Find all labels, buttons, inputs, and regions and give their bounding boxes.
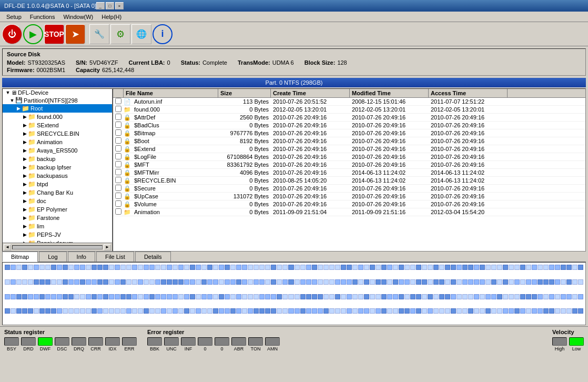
- file-checkbox[interactable]: [113, 153, 124, 160]
- tree-expand-icon[interactable]: ▼: [9, 98, 15, 103]
- file-list-scroll[interactable]: 📄 Autorun.inf 113 Bytes 2010-07-26 20:51…: [113, 98, 585, 248]
- tree-item-dfl-device[interactable]: ▼ 🖥 DFL-Device: [3, 89, 112, 96]
- tree-expand-icon[interactable]: ▶: [22, 114, 28, 119]
- tree-expand-icon[interactable]: ▶: [22, 224, 28, 229]
- tab-bitmap[interactable]: Bitmap: [2, 252, 38, 262]
- file-checkbox[interactable]: [113, 106, 124, 113]
- file-checkbox[interactable]: [113, 161, 124, 168]
- file-row[interactable]: 🔒 $LogFile 67108864 Bytes 2010-07-26 20:…: [113, 153, 585, 161]
- hscroll-right-button[interactable]: ►: [104, 244, 111, 250]
- menu-setup[interactable]: Setup: [2, 13, 26, 21]
- filename-col-header[interactable]: File Name: [124, 89, 218, 97]
- tree-expand-icon[interactable]: ▶: [22, 165, 28, 170]
- hscroll-left-button[interactable]: ◄: [4, 244, 11, 250]
- tree-item-animation[interactable]: ▶ 📁 Animation: [3, 138, 112, 146]
- tree-expand-icon[interactable]: ▶: [22, 123, 28, 128]
- tree-expand-icon[interactable]: ▶: [22, 173, 28, 178]
- tree-expand-icon[interactable]: ▶: [22, 215, 28, 220]
- file-row[interactable]: 📁 Animation 0 Bytes 2011-09-09 21:51:04 …: [113, 208, 585, 216]
- file-checkbox[interactable]: [113, 129, 124, 137]
- menu-help[interactable]: Help(H): [97, 13, 126, 21]
- tree-item-found000[interactable]: ▶ 📁 found.000: [3, 113, 112, 121]
- file-row[interactable]: 🔒 $AttrDef 2560 Bytes 2010-07-26 20:49:1…: [113, 114, 585, 122]
- tree-expand-icon[interactable]: ▶: [22, 148, 28, 153]
- file-row[interactable]: 🔒 $Bitmap 9767776 Bytes 2010-07-26 20:49…: [113, 129, 585, 137]
- file-row[interactable]: 🔒 $MFTMirr 4096 Bytes 2010-07-26 20:49:1…: [113, 169, 585, 177]
- file-row[interactable]: 📄 Autorun.inf 113 Bytes 2010-07-26 20:51…: [113, 98, 585, 106]
- bitmap-cell: [282, 265, 288, 270]
- tree-expand-icon[interactable]: ▶: [22, 207, 28, 212]
- minimize-button[interactable]: _: [96, 2, 105, 9]
- tree-item-btpd[interactable]: ▶ 📁 btpd: [3, 180, 112, 188]
- tree-expand-icon[interactable]: ▶: [15, 106, 22, 111]
- file-checkbox[interactable]: [113, 137, 124, 145]
- tree-item-backup-lpfser[interactable]: ▶ 📁 backup lpfser: [3, 163, 112, 172]
- tree-item-ep-polymer[interactable]: ▶ 📁 EP Polymer: [3, 205, 112, 214]
- tree-expand-icon[interactable]: ▶: [22, 190, 28, 195]
- hscroll-track[interactable]: [12, 245, 103, 249]
- file-checkbox[interactable]: [113, 208, 124, 216]
- file-row[interactable]: 🔒 $BadClus 0 Bytes 2010-07-26 20:49:16 2…: [113, 122, 585, 129]
- info-button[interactable]: i: [153, 24, 173, 44]
- tree-expand-icon[interactable]: ▶: [22, 156, 28, 162]
- tree-expand-icon[interactable]: ▼: [5, 90, 11, 95]
- tree-expand-icon[interactable]: ▶: [22, 240, 28, 243]
- modified-col-header[interactable]: Modified Time: [350, 89, 429, 97]
- tree-horizontal-scrollbar[interactable]: ◄ ►: [3, 243, 112, 251]
- tree-item-doc[interactable]: ▶ 📁 doc: [3, 197, 112, 205]
- file-row[interactable]: 🔒 $RECYCLE.BIN 0 Bytes 2010-08-25 14:05:…: [113, 177, 585, 185]
- file-checkbox[interactable]: [113, 169, 124, 176]
- file-checkbox[interactable]: [113, 98, 124, 105]
- file-row[interactable]: 🔒 $MFT 83361792 Bytes 2010-07-26 20:49:1…: [113, 161, 585, 169]
- power-button[interactable]: ⏻: [2, 24, 22, 44]
- file-checkbox[interactable]: [113, 185, 124, 192]
- tree-expand-icon[interactable]: ▶: [22, 232, 28, 237]
- file-row[interactable]: 📁 found.000 0 Bytes 2012-02-05 13:20:01 …: [113, 106, 585, 114]
- tree-item-chang[interactable]: ▶ 📁 Chang Bar Ku: [3, 188, 112, 197]
- file-row[interactable]: 🔒 $Extend 0 Bytes 2010-07-26 20:49:16 20…: [113, 145, 585, 153]
- tree-item-srecycle[interactable]: ▶ 📁 SRECYCLE.BIN: [3, 129, 112, 138]
- file-checkbox[interactable]: [113, 145, 124, 153]
- tree-item-backup[interactable]: ▶ 📁 backup: [3, 155, 112, 163]
- network-button[interactable]: 🌐: [131, 24, 151, 44]
- tools-button[interactable]: 🔧: [89, 24, 109, 44]
- tree-expand-icon[interactable]: ▶: [22, 139, 28, 145]
- file-row[interactable]: 🔒 $Volume 0 Bytes 2010-07-26 20:49:16 20…: [113, 200, 585, 208]
- close-button[interactable]: ×: [115, 2, 124, 9]
- tab-info[interactable]: Info: [68, 252, 95, 262]
- settings-button[interactable]: ⚙: [110, 24, 130, 44]
- size-col-header[interactable]: Size: [218, 89, 271, 97]
- access-col-header[interactable]: Access Time: [429, 89, 508, 97]
- maximize-button[interactable]: □: [106, 2, 114, 9]
- forward-button[interactable]: ➤: [65, 24, 85, 44]
- tab-filelist[interactable]: File List: [96, 252, 134, 262]
- tree-expand-icon[interactable]: ▶: [22, 131, 28, 136]
- tree-scroll[interactable]: ▼ 🖥 DFL-Device ▼ 💾 Partition0[NTFS][298 …: [3, 89, 112, 243]
- file-row[interactable]: 🔒 $Secure 0 Bytes 2010-07-26 20:49:16 20…: [113, 185, 585, 193]
- menu-window[interactable]: Window(W): [59, 13, 97, 21]
- play-button[interactable]: ▶: [23, 24, 43, 44]
- tree-item-lim[interactable]: ▶ 📁 lim: [3, 222, 112, 230]
- tree-item-pepsjv-docum[interactable]: ▶ 📁 Pepsjv docum: [3, 239, 112, 243]
- menu-functions[interactable]: Functions: [26, 13, 59, 21]
- tree-expand-icon[interactable]: ▶: [22, 182, 28, 187]
- file-row[interactable]: 🔒 $UpCase 131072 Bytes 2010-07-26 20:49:…: [113, 193, 585, 200]
- tree-item-root[interactable]: ▶ 📁 Root: [3, 104, 112, 113]
- tree-item-partition0[interactable]: ▼ 💾 Partition0[NTFS][298: [3, 96, 112, 104]
- file-checkbox[interactable]: [113, 122, 124, 129]
- tree-item-peps-jv[interactable]: ▶ 📁 PEPS-JV: [3, 230, 112, 239]
- tab-details[interactable]: Details: [135, 252, 171, 262]
- tree-item-sextend[interactable]: ▶ 📁 SExtend: [3, 121, 112, 129]
- create-col-header[interactable]: Create Time: [271, 89, 350, 97]
- tree-item-backupasus[interactable]: ▶ 📁 backupasus: [3, 172, 112, 180]
- file-row[interactable]: 🔒 $Boot 8192 Bytes 2010-07-26 20:49:16 2…: [113, 137, 585, 145]
- stop-button[interactable]: STOP: [44, 24, 64, 44]
- tree-expand-icon[interactable]: ▶: [22, 198, 28, 204]
- file-checkbox[interactable]: [113, 177, 124, 184]
- tree-item-avaya[interactable]: ▶ 📁 Avaya_ERS500: [3, 146, 112, 155]
- tree-item-farstone[interactable]: ▶ 📁 Farstone: [3, 214, 112, 222]
- file-checkbox[interactable]: [113, 193, 124, 200]
- file-checkbox[interactable]: [113, 200, 124, 208]
- file-checkbox[interactable]: [113, 114, 124, 121]
- tab-log[interactable]: Log: [39, 252, 66, 262]
